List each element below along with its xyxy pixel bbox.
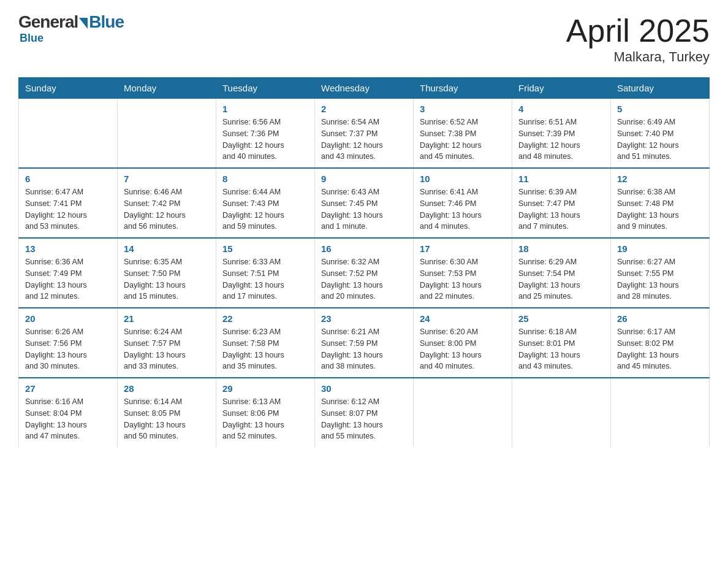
logo: General Blue Blue (18, 12, 124, 45)
calendar-cell (118, 99, 216, 169)
day-info: Sunrise: 6:43 AM Sunset: 7:45 PM Dayligh… (321, 186, 407, 232)
day-info: Sunrise: 6:12 AM Sunset: 8:07 PM Dayligh… (321, 396, 407, 442)
day-info: Sunrise: 6:46 AM Sunset: 7:42 PM Dayligh… (124, 186, 210, 232)
calendar-cell: 6Sunrise: 6:47 AM Sunset: 7:41 PM Daylig… (19, 168, 118, 238)
day-info: Sunrise: 6:36 AM Sunset: 7:49 PM Dayligh… (25, 256, 111, 302)
calendar-cell: 30Sunrise: 6:12 AM Sunset: 8:07 PM Dayli… (315, 378, 414, 447)
calendar-cell: 27Sunrise: 6:16 AM Sunset: 8:04 PM Dayli… (19, 378, 118, 447)
day-number: 22 (222, 313, 308, 324)
calendar-week-5: 27Sunrise: 6:16 AM Sunset: 8:04 PM Dayli… (19, 378, 710, 447)
day-info: Sunrise: 6:49 AM Sunset: 7:40 PM Dayligh… (617, 117, 703, 163)
calendar-cell: 2Sunrise: 6:54 AM Sunset: 7:37 PM Daylig… (315, 99, 414, 169)
day-number: 25 (518, 313, 604, 324)
weekday-header-sunday: Sunday (19, 78, 118, 99)
month-title: April 2025 (566, 12, 710, 49)
day-number: 4 (518, 104, 604, 114)
calendar-cell: 16Sunrise: 6:32 AM Sunset: 7:52 PM Dayli… (315, 238, 414, 308)
weekday-header-saturday: Saturday (611, 78, 710, 99)
calendar-table: SundayMondayTuesdayWednesdayThursdayFrid… (18, 77, 710, 447)
day-number: 14 (124, 243, 210, 254)
calendar-cell: 19Sunrise: 6:27 AM Sunset: 7:55 PM Dayli… (611, 238, 710, 308)
day-info: Sunrise: 6:20 AM Sunset: 8:00 PM Dayligh… (420, 326, 506, 372)
calendar-cell: 1Sunrise: 6:56 AM Sunset: 7:36 PM Daylig… (216, 99, 315, 169)
day-number: 10 (420, 174, 506, 184)
day-info: Sunrise: 6:27 AM Sunset: 7:55 PM Dayligh… (617, 256, 703, 302)
day-info: Sunrise: 6:41 AM Sunset: 7:46 PM Dayligh… (420, 186, 506, 232)
calendar-cell: 7Sunrise: 6:46 AM Sunset: 7:42 PM Daylig… (118, 168, 216, 238)
day-info: Sunrise: 6:33 AM Sunset: 7:51 PM Dayligh… (222, 256, 308, 302)
day-number: 13 (25, 243, 111, 254)
calendar-body: 1Sunrise: 6:56 AM Sunset: 7:36 PM Daylig… (19, 99, 710, 448)
day-number: 28 (124, 383, 210, 394)
day-number: 3 (420, 104, 506, 114)
calendar-cell (414, 378, 512, 447)
calendar-cell: 5Sunrise: 6:49 AM Sunset: 7:40 PM Daylig… (611, 99, 710, 169)
weekday-header-row: SundayMondayTuesdayWednesdayThursdayFrid… (19, 78, 710, 99)
calendar-cell (512, 378, 611, 447)
calendar-header: SundayMondayTuesdayWednesdayThursdayFrid… (19, 78, 710, 99)
day-number: 20 (25, 313, 111, 324)
day-info: Sunrise: 6:17 AM Sunset: 8:02 PM Dayligh… (617, 326, 703, 372)
day-info: Sunrise: 6:52 AM Sunset: 7:38 PM Dayligh… (420, 117, 506, 163)
calendar-cell: 28Sunrise: 6:14 AM Sunset: 8:05 PM Dayli… (118, 378, 216, 447)
day-info: Sunrise: 6:14 AM Sunset: 8:05 PM Dayligh… (124, 396, 210, 442)
location-title: Malkara, Turkey (566, 49, 710, 65)
day-number: 19 (617, 243, 703, 254)
day-info: Sunrise: 6:56 AM Sunset: 7:36 PM Dayligh… (222, 117, 308, 163)
calendar-cell (19, 99, 118, 169)
day-number: 6 (25, 174, 111, 184)
calendar-cell: 8Sunrise: 6:44 AM Sunset: 7:43 PM Daylig… (216, 168, 315, 238)
day-info: Sunrise: 6:18 AM Sunset: 8:01 PM Dayligh… (518, 326, 604, 372)
calendar-cell: 20Sunrise: 6:26 AM Sunset: 7:56 PM Dayli… (19, 308, 118, 378)
day-info: Sunrise: 6:35 AM Sunset: 7:50 PM Dayligh… (124, 256, 210, 302)
calendar-week-4: 20Sunrise: 6:26 AM Sunset: 7:56 PM Dayli… (19, 308, 710, 378)
day-number: 7 (124, 174, 210, 184)
calendar-cell: 26Sunrise: 6:17 AM Sunset: 8:02 PM Dayli… (611, 308, 710, 378)
day-number: 9 (321, 174, 407, 184)
day-info: Sunrise: 6:26 AM Sunset: 7:56 PM Dayligh… (25, 326, 111, 372)
calendar-cell: 9Sunrise: 6:43 AM Sunset: 7:45 PM Daylig… (315, 168, 414, 238)
day-number: 16 (321, 243, 407, 254)
day-info: Sunrise: 6:32 AM Sunset: 7:52 PM Dayligh… (321, 256, 407, 302)
calendar-week-2: 6Sunrise: 6:47 AM Sunset: 7:41 PM Daylig… (19, 168, 710, 238)
day-info: Sunrise: 6:38 AM Sunset: 7:48 PM Dayligh… (617, 186, 703, 232)
calendar-cell: 12Sunrise: 6:38 AM Sunset: 7:48 PM Dayli… (611, 168, 710, 238)
day-number: 18 (518, 243, 604, 254)
calendar-cell: 22Sunrise: 6:23 AM Sunset: 7:58 PM Dayli… (216, 308, 315, 378)
logo-general-text: General (18, 12, 78, 32)
day-info: Sunrise: 6:44 AM Sunset: 7:43 PM Dayligh… (222, 186, 308, 232)
calendar-cell: 29Sunrise: 6:13 AM Sunset: 8:06 PM Dayli… (216, 378, 315, 447)
calendar-cell: 4Sunrise: 6:51 AM Sunset: 7:39 PM Daylig… (512, 99, 611, 169)
day-info: Sunrise: 6:23 AM Sunset: 7:58 PM Dayligh… (222, 326, 308, 372)
day-number: 2 (321, 104, 407, 114)
day-number: 15 (222, 243, 308, 254)
title-area: April 2025 Malkara, Turkey (566, 12, 710, 65)
day-number: 27 (25, 383, 111, 394)
weekday-header-wednesday: Wednesday (315, 78, 414, 99)
calendar-cell: 11Sunrise: 6:39 AM Sunset: 7:47 PM Dayli… (512, 168, 611, 238)
calendar-cell: 23Sunrise: 6:21 AM Sunset: 7:59 PM Dayli… (315, 308, 414, 378)
page-header: General Blue Blue April 2025 Malkara, Tu… (18, 12, 710, 65)
day-number: 21 (124, 313, 210, 324)
calendar-cell: 13Sunrise: 6:36 AM Sunset: 7:49 PM Dayli… (19, 238, 118, 308)
weekday-header-friday: Friday (512, 78, 611, 99)
day-number: 29 (222, 383, 308, 394)
calendar-cell: 24Sunrise: 6:20 AM Sunset: 8:00 PM Dayli… (414, 308, 512, 378)
day-info: Sunrise: 6:51 AM Sunset: 7:39 PM Dayligh… (518, 117, 604, 163)
day-number: 1 (222, 104, 308, 114)
calendar-cell: 14Sunrise: 6:35 AM Sunset: 7:50 PM Dayli… (118, 238, 216, 308)
calendar-cell: 18Sunrise: 6:29 AM Sunset: 7:54 PM Dayli… (512, 238, 611, 308)
calendar-cell: 21Sunrise: 6:24 AM Sunset: 7:57 PM Dayli… (118, 308, 216, 378)
day-number: 5 (617, 104, 703, 114)
calendar-cell: 10Sunrise: 6:41 AM Sunset: 7:46 PM Dayli… (414, 168, 512, 238)
weekday-header-monday: Monday (118, 78, 216, 99)
weekday-header-tuesday: Tuesday (216, 78, 315, 99)
calendar-week-1: 1Sunrise: 6:56 AM Sunset: 7:36 PM Daylig… (19, 99, 710, 169)
day-info: Sunrise: 6:13 AM Sunset: 8:06 PM Dayligh… (222, 396, 308, 442)
day-number: 26 (617, 313, 703, 324)
day-number: 23 (321, 313, 407, 324)
day-info: Sunrise: 6:21 AM Sunset: 7:59 PM Dayligh… (321, 326, 407, 372)
day-info: Sunrise: 6:29 AM Sunset: 7:54 PM Dayligh… (518, 256, 604, 302)
day-info: Sunrise: 6:30 AM Sunset: 7:53 PM Dayligh… (420, 256, 506, 302)
calendar-cell: 25Sunrise: 6:18 AM Sunset: 8:01 PM Dayli… (512, 308, 611, 378)
